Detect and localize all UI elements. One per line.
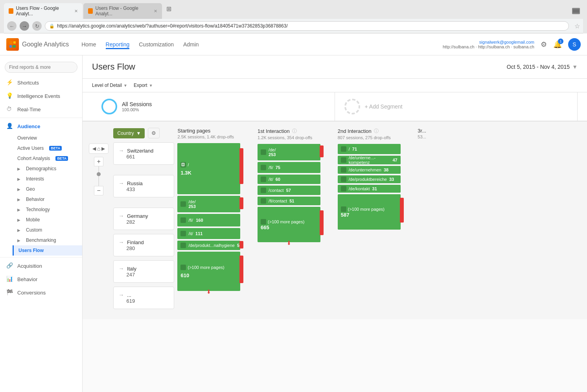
sidebar-item-active-users[interactable]: Active Users BETA (13, 143, 82, 153)
nav-customization[interactable]: Customization (139, 40, 174, 49)
second-page-5[interactable]: /de/kontakt 31 (338, 185, 401, 193)
search-input[interactable] (5, 62, 77, 73)
first-page-1[interactable]: /de/ 253 (258, 144, 320, 160)
second-page-6[interactable]: (>100 more pages) 587 (338, 194, 401, 230)
sidebar-item-intelligence[interactable]: 💡 Intelligence Events (0, 89, 82, 103)
country-node-russia[interactable]: → Russia 433 (113, 175, 174, 197)
country-node-finland[interactable]: → Finland 280 (113, 234, 174, 256)
user-info[interactable]: signalwerk@googlemail.com http://sulbana… (443, 40, 534, 49)
segment-bar: All Sessions 100.00% + Add Segment (83, 92, 587, 121)
sidebar-item-demographics[interactable]: ▶ Demographics (13, 164, 82, 174)
date-range-picker[interactable]: Oct 5, 2015 - Nov 4, 2015 ▼ (507, 64, 578, 70)
home-icon[interactable]: ⌂ (97, 145, 100, 152)
page-4-path: /it/ (188, 231, 193, 236)
segment-add[interactable]: + Add Segment (335, 92, 578, 121)
divider-2 (0, 257, 82, 258)
sidebar-item-cohort[interactable]: Cohort Analysis BETA (13, 153, 82, 164)
bookmark-icon[interactable]: ☆ (574, 22, 580, 30)
first-page-5[interactable]: /fi/contact 51 (258, 197, 320, 205)
back-button[interactable]: ← (7, 21, 17, 31)
user-avatar[interactable]: S (568, 38, 581, 51)
first-page-2-path: /fi/ (269, 165, 273, 170)
starting-pages-col: Starting pages 2.5K sessions, 1.4K drop-… (177, 128, 240, 293)
tab-1-close[interactable]: ✕ (74, 9, 78, 14)
level-of-detail-button[interactable]: Level of Detail ▼ (92, 83, 127, 88)
app-logo: Google Analytics (6, 38, 69, 51)
sidebar-item-conversions[interactable]: 🏁 Conversions (0, 286, 82, 299)
starting-page-1[interactable]: / 1.3K (177, 143, 240, 194)
second-page-2-count: 47 (392, 158, 397, 162)
browser-tab-2[interactable]: Users Flow - Google Analyt... ✕ (83, 3, 162, 19)
export-button[interactable]: Export ▼ (134, 83, 153, 88)
browser-tab-1[interactable]: Users Flow - Google Analyt... ✕ (4, 3, 83, 19)
new-tab-button[interactable]: ⊞ (163, 3, 175, 14)
zoom-out-button[interactable]: − (94, 186, 103, 195)
address-bar[interactable]: 🔒 https://analytics.google.com/analytics… (45, 21, 569, 31)
nav-admin[interactable]: Admin (183, 40, 199, 49)
segment-circle (101, 99, 117, 114)
arrow-left-icon[interactable]: ◀ (92, 146, 96, 151)
sidebar-item-mobile[interactable]: ▶ Mobile (13, 215, 82, 225)
first-page-6[interactable]: (>100 more pages) 665 ⬇ (258, 207, 320, 242)
shortcuts-icon: ⚡ (6, 79, 13, 86)
second-page-6-icon (341, 206, 346, 212)
sidebar-item-behavior-main[interactable]: 📊 Behavior (0, 272, 82, 286)
sidebar-item-custom[interactable]: ▶ Custom (13, 225, 82, 235)
tab-2-close[interactable]: ✕ (154, 9, 157, 14)
arrow-right-icon[interactable]: ▶ (101, 146, 105, 151)
forward-button[interactable]: → (20, 21, 29, 31)
sidebar-item-overview[interactable]: Overview (13, 133, 82, 143)
sidebar-item-audience[interactable]: 👤 Audience (0, 120, 82, 133)
zoom-track (98, 166, 99, 186)
second-page-2[interactable]: /de/unterne...-kompetenz 47 (338, 156, 401, 164)
page-5-drop (239, 241, 243, 248)
second-interaction-label: 2nd Interaction ⓘ (338, 128, 401, 134)
country-node-other[interactable]: → ... 619 (113, 287, 174, 309)
segment-all-sessions[interactable]: All Sessions 100.00% (92, 92, 335, 121)
reload-button[interactable]: ↻ (32, 21, 42, 31)
first-page-2[interactable]: /fi/ 75 (258, 162, 320, 173)
finland-count: 280 (126, 245, 135, 251)
starting-page-4[interactable]: /it/ 111 (177, 228, 240, 239)
country-node-switzerland[interactable]: → Switzerland 661 (113, 142, 174, 165)
zoom-handle[interactable] (97, 172, 101, 176)
first-page-3-count: 60 (276, 177, 280, 182)
sidebar-item-technology[interactable]: ▶ Technology (13, 204, 82, 215)
second-page-4[interactable]: /de/produktbereiche 33 (338, 175, 401, 183)
nav-arrows[interactable]: ◀ ⌂ ▶ (89, 144, 109, 154)
active-users-beta: BETA (49, 146, 62, 151)
sidebar-item-benchmarking[interactable]: ▶ Benchmarking (13, 235, 82, 245)
nav-home[interactable]: Home (81, 40, 96, 49)
second-page-5-icon (341, 186, 346, 191)
sidebar-item-behavior[interactable]: ▶ Behavior (13, 194, 82, 204)
country-dropdown[interactable]: Country ▼ (113, 128, 145, 138)
starting-page-6[interactable]: (>100 more pages) 610 ⬇ (177, 252, 240, 291)
starting-page-5[interactable]: /de/produkt...nalhygiene 59 (177, 241, 240, 250)
page-4-icon (180, 231, 186, 236)
notifications-button[interactable]: 🔔 1 (553, 40, 562, 49)
page-3-count: 160 (196, 218, 203, 223)
first-page-2-count: 75 (276, 165, 280, 170)
svg-rect-0 (9, 41, 13, 44)
country-settings-button[interactable]: ⚙ (148, 128, 160, 138)
sidebar-item-realtime[interactable]: ⏱ Real-Time (0, 103, 82, 116)
nav-reporting[interactable]: Reporting (106, 40, 130, 49)
settings-icon[interactable]: ⚙ (541, 40, 547, 49)
country-node-germany[interactable]: → Germany 282 (113, 208, 174, 230)
second-page-1-count: 71 (352, 147, 357, 151)
first-page-3[interactable]: /it/ 60 (258, 175, 320, 184)
zoom-in-button[interactable]: + (94, 157, 103, 166)
sidebar-item-interests[interactable]: ▶ Interests (13, 174, 82, 184)
sidebar-item-shortcuts[interactable]: ⚡ Shortcuts (0, 76, 82, 89)
first-page-6-drop (320, 210, 324, 235)
starting-page-3[interactable]: /fi/ 160 (177, 214, 240, 226)
country-node-italy[interactable]: → Italy 247 (113, 260, 174, 283)
starting-page-2[interactable]: /de/ 253 (177, 196, 240, 212)
second-page-3-icon (341, 167, 346, 173)
sidebar-item-geo[interactable]: ▶ Geo (13, 184, 82, 194)
second-page-3[interactable]: /de/unternehmen 38 (338, 166, 401, 174)
sidebar-item-acquisition[interactable]: 🔗 Acquisition (0, 259, 82, 272)
second-page-1[interactable]: / 71 (338, 144, 401, 154)
first-page-4[interactable]: /contact 57 (258, 186, 320, 195)
sidebar-item-users-flow[interactable]: Users Flow (13, 245, 82, 256)
